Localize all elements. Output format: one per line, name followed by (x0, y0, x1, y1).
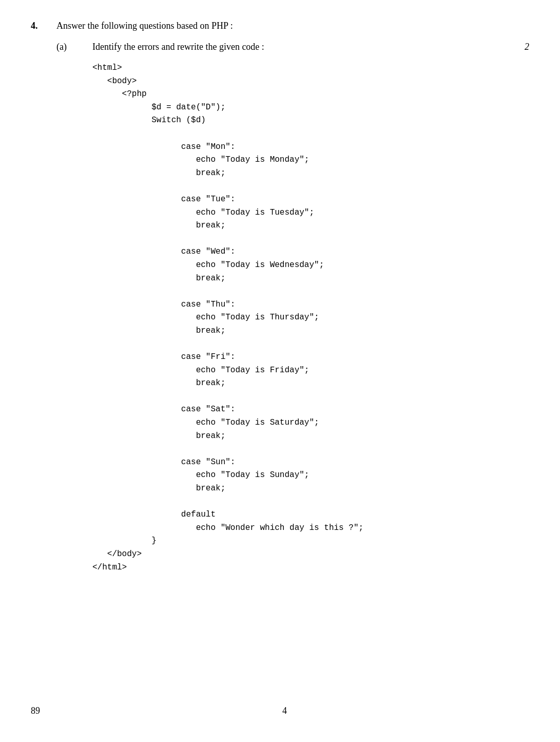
question-main-text: Answer the following questions based on … (56, 21, 529, 31)
marks-a: 2 (509, 42, 529, 52)
footer-left: 89 (31, 706, 40, 716)
sub-question-a-text: Identify the errors and rewrite the give… (92, 42, 509, 52)
question-number: 4. (31, 21, 56, 31)
code-block: <html> <body> <?php $d = date("D"); Swit… (92, 62, 529, 574)
footer: 89 4 (31, 706, 529, 716)
question-4: 4. Answer the following questions based … (31, 21, 529, 31)
sub-question-a: (a) Identify the errors and rewrite the … (56, 42, 529, 52)
sub-label-a: (a) (56, 42, 92, 52)
footer-center: 4 (40, 706, 529, 716)
